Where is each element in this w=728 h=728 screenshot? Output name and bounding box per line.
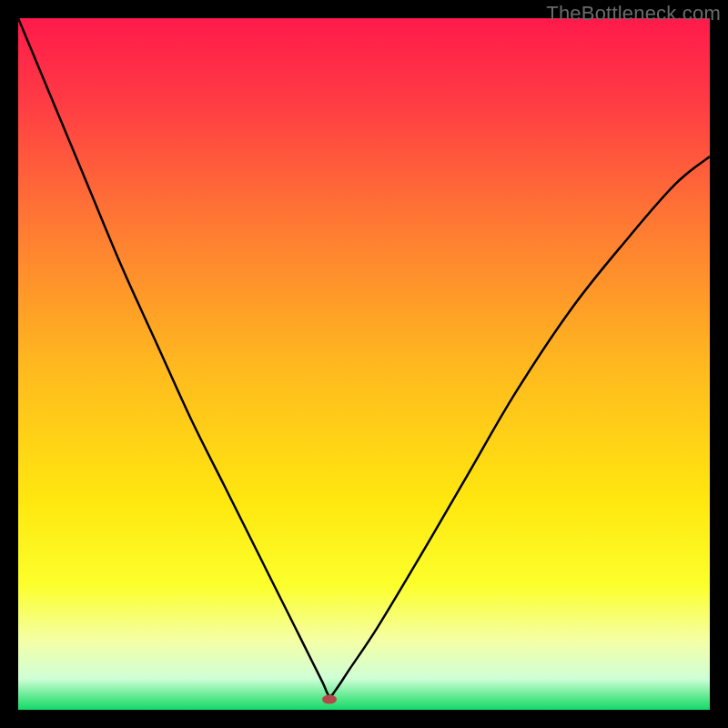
watermark-text: TheBottleneck.com (546, 2, 721, 25)
optimal-marker (322, 695, 337, 704)
gradient-background (18, 18, 710, 710)
bottleneck-chart (18, 18, 710, 710)
chart-frame: TheBottleneck.com (0, 0, 728, 728)
